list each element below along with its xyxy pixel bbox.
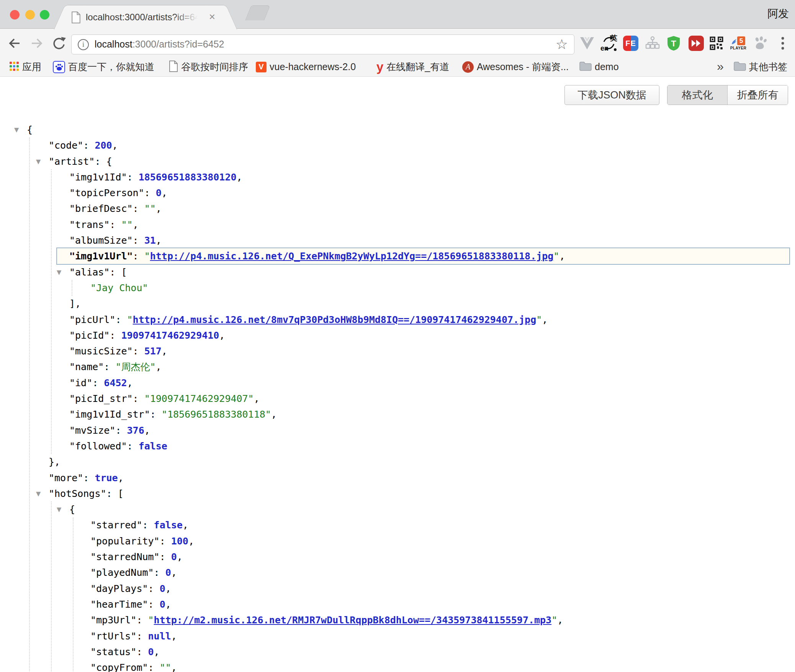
json-line: "mp3Url": "http://m2.music.126.net/RMJR7… bbox=[0, 612, 795, 628]
other-bookmarks-folder[interactable]: 其他书签 bbox=[734, 57, 787, 76]
awesomes-icon: A bbox=[462, 61, 474, 73]
folder-icon bbox=[734, 61, 746, 73]
bookmark-vue-hackernews[interactable]: V vue-hackernews-2.0 bbox=[256, 57, 356, 76]
json-token-punc: : bbox=[110, 330, 121, 341]
json-token-str: "周杰伦" bbox=[115, 361, 155, 372]
chrome-menu-icon[interactable] bbox=[774, 35, 791, 52]
page-icon bbox=[71, 11, 81, 25]
paw-icon[interactable] bbox=[752, 35, 769, 52]
json-token-punc: : [ bbox=[110, 267, 127, 278]
json-token-punc: : bbox=[115, 314, 127, 325]
json-token-punc: : bbox=[104, 361, 115, 372]
json-token-key: "trans" bbox=[69, 219, 110, 230]
json-url-link[interactable]: http://p4.music.126.net/Q_ExePNkmgB2yWyL… bbox=[150, 251, 554, 262]
download-json-button[interactable]: 下载JSON数据 bbox=[564, 85, 659, 105]
qrcode-icon[interactable] bbox=[708, 35, 725, 52]
json-url-link[interactable]: http://m2.music.126.net/RMJR7wDullRqppBk… bbox=[154, 615, 552, 626]
translator-icon[interactable]: 英 en bbox=[600, 35, 617, 52]
html5-player-icon[interactable]: 5 PLAYER bbox=[730, 35, 747, 52]
address-bar[interactable]: i localhost:3000/artists?id=6452 ☆ bbox=[71, 34, 574, 54]
back-button[interactable] bbox=[6, 35, 23, 52]
close-window-button[interactable] bbox=[10, 10, 20, 20]
json-token-str: "" bbox=[121, 219, 132, 230]
browser-tab[interactable]: localhost:3000/artists?id=645 × bbox=[70, 5, 221, 29]
json-line: ▼{ bbox=[0, 122, 795, 138]
json-token-key: "artist" bbox=[49, 156, 95, 167]
json-line: "Jay Chou" bbox=[0, 280, 795, 296]
bookmark-folder-demo[interactable]: demo bbox=[579, 57, 619, 76]
json-token-key: "picId" bbox=[69, 330, 110, 341]
json-line: "status": 0, bbox=[0, 644, 795, 660]
json-token-punc: , bbox=[165, 583, 171, 594]
collapse-toggle-icon[interactable]: ▼ bbox=[57, 502, 61, 517]
json-token-punc: : bbox=[92, 377, 104, 388]
bookmark-apps[interactable]: 应用 bbox=[9, 57, 41, 76]
json-token-punc: : bbox=[127, 172, 139, 183]
format-toggle-group: 格式化 折叠所有 bbox=[667, 85, 788, 105]
json-token-num: 0 bbox=[156, 187, 162, 198]
json-token-punc: , bbox=[156, 361, 162, 372]
json-token-punc: , bbox=[133, 219, 139, 230]
json-token-punc: , bbox=[162, 187, 167, 198]
tab-bar: localhost:3000/artists?id=645 × 阿发 bbox=[0, 0, 795, 29]
json-line: "picId_str": "19097417462929407", bbox=[0, 391, 795, 406]
json-token-key: "starredNum" bbox=[90, 551, 160, 562]
json-token-key: "picUrl" bbox=[69, 314, 115, 325]
format-button[interactable]: 格式化 bbox=[667, 85, 728, 105]
json-token-punc: : bbox=[160, 536, 171, 547]
json-token-punc: : bbox=[148, 599, 160, 610]
json-token-punc: , bbox=[171, 631, 177, 642]
profile-name[interactable]: 阿发 bbox=[767, 7, 789, 21]
json-token-key: "code" bbox=[49, 140, 83, 151]
reload-button[interactable] bbox=[51, 35, 67, 52]
new-tab-button[interactable] bbox=[245, 5, 270, 20]
json-token-key: "musicSize" bbox=[69, 346, 133, 357]
zoom-window-button[interactable] bbox=[40, 10, 49, 20]
collapse-toggle-icon[interactable]: ▼ bbox=[36, 154, 41, 169]
baidu-paw-icon bbox=[53, 61, 65, 73]
json-token-key: "id" bbox=[69, 377, 92, 388]
json-token-punc: : bbox=[133, 393, 144, 404]
json-line: "hearTime": 0, bbox=[0, 597, 795, 612]
json-token-punc: , bbox=[183, 520, 188, 531]
forward-button[interactable] bbox=[28, 35, 45, 52]
json-token-punc: , bbox=[127, 377, 133, 388]
json-token-key: "topicPerson" bbox=[69, 187, 144, 198]
fehelper-icon[interactable]: FE bbox=[622, 35, 639, 52]
json-token-key: "status" bbox=[90, 646, 136, 657]
vue-devtools-icon[interactable] bbox=[579, 35, 595, 52]
collapse-all-button[interactable]: 折叠所有 bbox=[728, 85, 788, 105]
bookmark-baidu[interactable]: 百度一下，你就知道 bbox=[53, 57, 154, 76]
json-token-punc: : bbox=[144, 187, 156, 198]
json-token-strq: " bbox=[536, 314, 542, 325]
json-token-key: "img1v1Id_str" bbox=[69, 409, 150, 420]
json-token-punc: , bbox=[237, 172, 242, 183]
page-info-icon[interactable]: i bbox=[78, 39, 89, 50]
json-url-link[interactable]: http://p4.music.126.net/8mv7qP30Pd3oHW8b… bbox=[133, 314, 537, 325]
sitemap-icon[interactable] bbox=[644, 35, 661, 52]
json-token-punc: , bbox=[254, 393, 260, 404]
json-token-num: 0 bbox=[171, 551, 177, 562]
json-token-punc: ], bbox=[69, 298, 81, 309]
collapse-toggle-icon[interactable]: ▼ bbox=[36, 486, 41, 502]
json-token-punc: : bbox=[110, 219, 121, 230]
video-fast-forward-icon[interactable] bbox=[688, 35, 705, 52]
minimize-window-button[interactable] bbox=[25, 10, 35, 20]
json-line: "copyFrom": "", bbox=[0, 660, 795, 672]
json-token-punc: , bbox=[144, 425, 150, 436]
json-token-punc: , bbox=[156, 235, 162, 246]
bookmark-label: vue-hackernews-2.0 bbox=[270, 61, 356, 72]
tampermonkey-icon[interactable]: T bbox=[665, 35, 682, 52]
json-token-strq: " bbox=[148, 615, 154, 626]
bookmark-youdao-translate[interactable]: y 在线翻译_有道 bbox=[376, 57, 449, 76]
collapse-toggle-icon[interactable]: ▼ bbox=[14, 122, 19, 138]
bookmark-star-icon[interactable]: ☆ bbox=[556, 36, 568, 53]
json-token-key: "briefDesc" bbox=[69, 203, 133, 214]
bookmarks-overflow-chevron[interactable]: » bbox=[717, 57, 724, 76]
collapse-toggle-icon[interactable]: ▼ bbox=[57, 264, 61, 280]
json-line: "dayPlays": 0, bbox=[0, 581, 795, 597]
bookmark-awesomes[interactable]: A Awesomes - 前端资... bbox=[462, 57, 569, 76]
bookmark-google-sort[interactable]: 谷歌按时间排序 bbox=[169, 57, 248, 76]
json-line: "starredNum": 0, bbox=[0, 549, 795, 565]
tab-close-icon[interactable]: × bbox=[205, 5, 219, 29]
